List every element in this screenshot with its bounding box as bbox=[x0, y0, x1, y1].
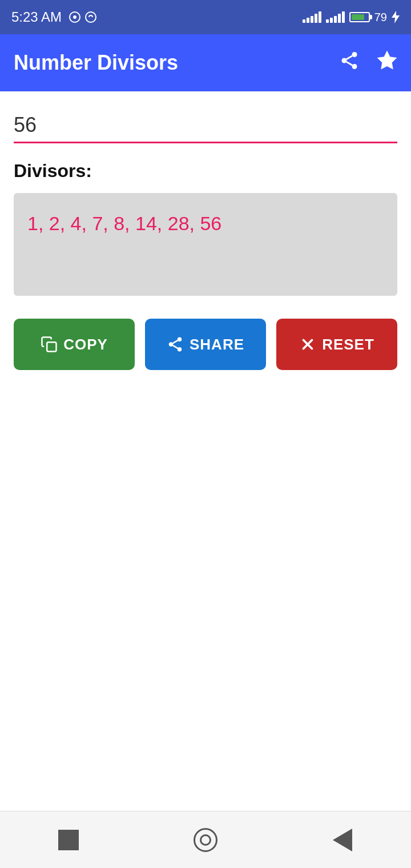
battery-indicator bbox=[349, 12, 370, 22]
battery-percent: 79 bbox=[374, 11, 387, 24]
input-container bbox=[14, 108, 397, 143]
reset-label: RESET bbox=[322, 336, 374, 353]
bottom-nav bbox=[0, 811, 411, 868]
copy-icon bbox=[41, 336, 58, 353]
svg-rect-10 bbox=[47, 342, 56, 351]
signal-bars-2 bbox=[326, 11, 345, 23]
sync-icon bbox=[84, 11, 97, 23]
recent-apps-button[interactable] bbox=[49, 820, 88, 860]
home-icon-inner bbox=[200, 834, 211, 846]
copy-button[interactable]: COPY bbox=[14, 319, 135, 370]
share-label: SHARE bbox=[190, 336, 244, 353]
charging-icon bbox=[392, 11, 400, 23]
action-buttons: COPY SHARE RESET bbox=[14, 319, 397, 370]
svg-marker-9 bbox=[378, 52, 396, 69]
app-title: Number Divisors bbox=[14, 51, 178, 75]
status-bar: 5:23 AM bbox=[0, 0, 411, 34]
status-icons bbox=[68, 11, 97, 23]
svg-line-15 bbox=[173, 340, 178, 343]
home-icon bbox=[194, 828, 217, 852]
svg-point-1 bbox=[73, 15, 76, 19]
divisors-result: 1, 2, 4, 7, 8, 14, 28, 56 bbox=[27, 212, 221, 234]
divisors-display: 1, 2, 4, 7, 8, 14, 28, 56 bbox=[14, 193, 397, 296]
svg-marker-3 bbox=[392, 11, 400, 23]
number-input[interactable] bbox=[14, 108, 397, 143]
back-button[interactable] bbox=[323, 820, 362, 860]
favorite-button[interactable] bbox=[377, 50, 397, 76]
back-icon bbox=[333, 829, 352, 851]
reset-button[interactable]: RESET bbox=[276, 319, 397, 370]
share-button[interactable] bbox=[339, 50, 360, 76]
svg-point-6 bbox=[352, 64, 357, 69]
divisors-label: Divisors: bbox=[14, 160, 397, 182]
share-action-button[interactable]: SHARE bbox=[145, 319, 266, 370]
svg-point-11 bbox=[178, 337, 182, 342]
status-bar-left: 5:23 AM bbox=[11, 9, 97, 25]
svg-point-13 bbox=[178, 347, 182, 352]
reset-icon bbox=[299, 336, 316, 353]
recent-apps-icon bbox=[58, 830, 79, 850]
status-time: 5:23 AM bbox=[11, 9, 62, 25]
signal-bars-1 bbox=[303, 11, 321, 23]
svg-point-5 bbox=[342, 58, 347, 63]
main-content: Divisors: 1, 2, 4, 7, 8, 14, 28, 56 COPY… bbox=[0, 91, 411, 811]
svg-line-8 bbox=[346, 55, 352, 59]
status-bar-right: 79 bbox=[303, 11, 400, 24]
svg-point-12 bbox=[169, 342, 174, 347]
svg-line-14 bbox=[173, 345, 178, 348]
battery-fill bbox=[352, 14, 364, 20]
app-bar-actions bbox=[339, 50, 397, 76]
do-not-disturb-icon bbox=[68, 11, 81, 23]
svg-line-7 bbox=[346, 62, 352, 65]
share-action-icon bbox=[167, 336, 184, 353]
svg-point-4 bbox=[352, 52, 357, 57]
copy-label: COPY bbox=[63, 336, 108, 353]
home-button[interactable] bbox=[186, 820, 225, 860]
svg-point-2 bbox=[86, 12, 96, 22]
app-bar: Number Divisors bbox=[0, 34, 411, 91]
